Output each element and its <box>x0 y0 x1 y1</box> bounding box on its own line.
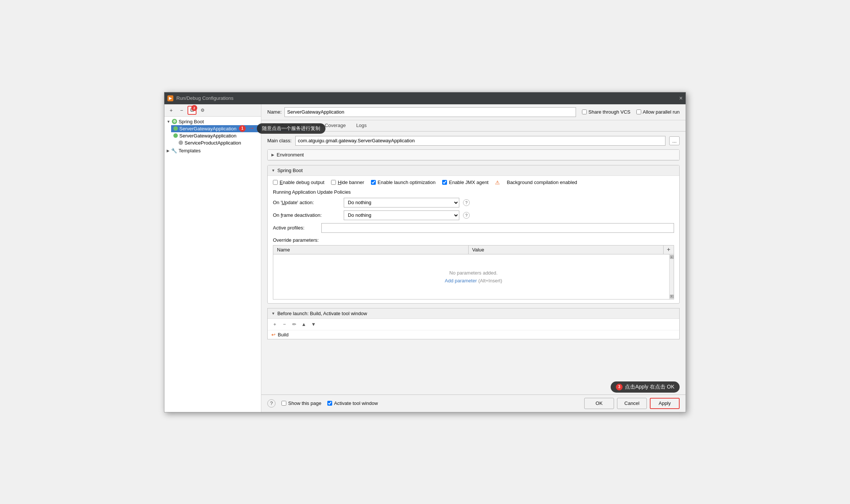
debug-output-text: Enable debug output <box>280 180 324 185</box>
launch-optimization-text: Enable launch optimization <box>378 180 435 185</box>
spring-boot-label: Spring Boot <box>179 119 204 124</box>
bl-down-button[interactable]: ▼ <box>309 320 318 329</box>
build-label: Build <box>278 332 289 337</box>
chevron-down-icon: ▼ <box>167 120 170 124</box>
right-header: Name: Share through VCS Allow parallel r… <box>261 104 686 120</box>
bl-edit-button[interactable]: ✏ <box>290 320 298 329</box>
help-button[interactable]: ? <box>267 399 276 408</box>
activate-tool-checkbox[interactable] <box>327 401 332 406</box>
env-chevron-icon: ▶ <box>271 153 274 157</box>
tree-area: ▼ ⚙ Spring Boot ServerGatewayApplication <box>164 117 261 412</box>
tab-code-coverage[interactable]: Code Coverage <box>306 120 351 131</box>
green-icon-0 <box>173 126 178 131</box>
on-frame-help-icon[interactable]: ? <box>463 212 470 219</box>
on-frame-select[interactable]: Do nothing Update classes and resources … <box>344 210 459 220</box>
left-toolbar: + − ⧉ 2 点击复制 ⚙ <box>164 104 261 117</box>
ok-button[interactable]: OK <box>584 398 614 409</box>
close-button[interactable]: × <box>679 95 683 102</box>
app-icon: ▶ <box>167 95 173 101</box>
browse-main-class-button[interactable]: ... <box>669 136 680 145</box>
config-body: Main class: ... ▶ Environment ▼ Spring B… <box>261 131 686 394</box>
wrench-icon: 🔧 <box>171 148 177 153</box>
add-param-link[interactable]: Add parameter <box>445 278 477 283</box>
remove-config-button[interactable]: − <box>177 106 186 115</box>
share-through-vcs-checkbox[interactable] <box>582 110 587 114</box>
bottom-bar: ? Show this page Activate tool window 3 … <box>261 394 686 412</box>
tab-logs[interactable]: Logs <box>351 120 372 131</box>
params-col-name-header: Name <box>273 245 469 254</box>
active-profiles-input[interactable] <box>321 223 674 233</box>
title-bar: ▶ Run/Debug Configurations × <box>164 92 686 104</box>
before-launch-section: ▼ Before launch: Build, Activate tool wi… <box>267 308 680 339</box>
bl-remove-button[interactable]: − <box>280 320 289 329</box>
name-input[interactable] <box>284 107 576 117</box>
build-arrow-icon: ↩ <box>271 332 276 337</box>
left-panel: + − ⧉ 2 点击复制 ⚙ ▼ ⚙ Spring Boot <box>164 104 261 412</box>
main-class-label: Main class: <box>267 138 292 143</box>
spring-boot-section-label: Spring Boot <box>277 168 303 173</box>
tabs-row: Configuration Code Coverage Logs <box>261 120 686 131</box>
bl-up-button[interactable]: ▲ <box>300 320 308 329</box>
warning-icon: ⚠ <box>495 180 500 186</box>
green-icon-1 <box>173 133 178 138</box>
params-table: Name Value + No parameters added. Add pa… <box>273 245 674 299</box>
settings-button[interactable]: ⚙ <box>198 106 207 115</box>
bl-add-button[interactable]: + <box>271 320 279 329</box>
on-update-help-icon[interactable]: ? <box>463 199 470 206</box>
hide-banner-label[interactable]: Hide banner <box>331 180 364 185</box>
debug-output-checkbox[interactable] <box>273 180 278 185</box>
templates-label: Templates <box>179 148 201 153</box>
tree-item-2[interactable]: ServiceProductApplication <box>171 139 261 146</box>
hide-banner-checkbox[interactable] <box>331 180 336 185</box>
override-params-label: Override parameters: <box>273 237 674 243</box>
add-config-button[interactable]: + <box>167 106 176 115</box>
share-through-vcs-label[interactable]: Share through VCS <box>582 109 630 115</box>
activate-tool-label[interactable]: Activate tool window <box>327 400 378 406</box>
params-col-value-header: Value <box>469 245 664 254</box>
spring-boot-parent[interactable]: ▼ ⚙ Spring Boot <box>164 118 261 125</box>
scroll-up-button[interactable]: ▲ <box>670 255 674 259</box>
params-table-header: Name Value + <box>273 245 674 254</box>
jmx-agent-label[interactable]: Enable JMX agent <box>442 180 488 185</box>
tab-code-coverage-label: Code Coverage <box>312 123 346 128</box>
launch-optimization-checkbox[interactable] <box>371 180 376 185</box>
show-page-text: Show this page <box>288 400 321 406</box>
spring-boot-section-content: Enable debug output Hide banner Enable l… <box>268 176 679 303</box>
tab-configuration[interactable]: Configuration <box>267 120 306 131</box>
spring-boot-section-header: ▼ Spring Boot <box>268 165 679 176</box>
before-launch-label: Before launch: Build, Activate tool wind… <box>277 311 367 316</box>
debug-output-label[interactable]: Enable debug output <box>273 180 324 185</box>
jmx-agent-checkbox[interactable] <box>442 180 447 185</box>
add-param-button[interactable]: + <box>663 245 674 254</box>
tab-configuration-label: Configuration <box>273 123 301 128</box>
tree-item-label-0: ServerGatewayApplication <box>179 126 236 131</box>
on-update-select[interactable]: Do nothing Update classes and resources … <box>344 198 459 207</box>
bl-chevron-icon: ▼ <box>271 311 275 316</box>
on-frame-row: On frame deactivation: Do nothing Update… <box>273 210 674 220</box>
main-class-row: Main class: ... <box>267 136 680 146</box>
show-page-checkbox[interactable] <box>281 401 286 406</box>
allow-parallel-run-label[interactable]: Allow parallel run <box>636 109 680 115</box>
main-content: + − ⧉ 2 点击复制 ⚙ ▼ ⚙ Spring Boot <box>164 104 686 412</box>
gray-icon-2 <box>179 140 183 145</box>
spring-boot-group: ▼ ⚙ Spring Boot ServerGatewayApplication <box>164 118 261 146</box>
environment-header[interactable]: ▶ Environment <box>268 150 679 160</box>
copy-badge: 2 <box>191 105 197 111</box>
apply-button[interactable]: Apply <box>650 398 680 409</box>
dialog-title: Run/Debug Configurations <box>176 95 233 101</box>
right-panel: Name: Share through VCS Allow parallel r… <box>261 104 686 412</box>
tree-item-1[interactable]: ServerGatewayApplication <box>171 132 261 139</box>
allow-parallel-run-text: Allow parallel run <box>643 109 680 115</box>
spring-boot-checkboxes: Enable debug output Hide banner Enable l… <box>273 180 674 186</box>
scroll-down-button[interactable]: ▼ <box>670 295 674 298</box>
copy-config-button[interactable]: ⧉ 2 点击复制 <box>188 106 196 115</box>
update-policies: Running Application Update Policies On '… <box>273 189 674 220</box>
tree-item-0[interactable]: ServerGatewayApplication <box>171 125 261 132</box>
name-label: Name: <box>267 109 281 115</box>
allow-parallel-run-checkbox[interactable] <box>636 110 641 114</box>
show-page-label[interactable]: Show this page <box>281 400 321 406</box>
launch-optimization-label[interactable]: Enable launch optimization <box>371 180 435 185</box>
templates-row[interactable]: ▶ 🔧 Templates <box>164 146 261 155</box>
main-class-input[interactable] <box>295 136 665 146</box>
cancel-button[interactable]: Cancel <box>617 398 647 409</box>
